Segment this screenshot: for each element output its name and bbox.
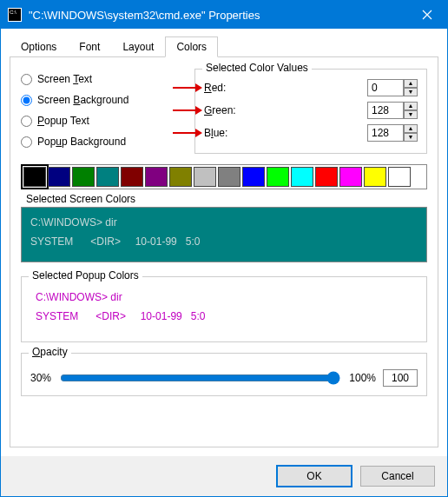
titlebar: "C:\WINDOWS\system32\cmd.exe" Properties xyxy=(1,1,447,29)
tab-font[interactable]: Font xyxy=(68,36,111,56)
annotation-arrow-green xyxy=(173,105,202,116)
blue-up[interactable]: ▲ xyxy=(404,124,418,133)
blue-input[interactable] xyxy=(367,124,404,142)
red-input[interactable] xyxy=(367,79,404,96)
radio-screen-text[interactable]: Screen Text xyxy=(21,69,186,89)
palette-swatch-3[interactable] xyxy=(96,167,119,187)
palette-swatch-14[interactable] xyxy=(364,167,386,187)
radio-popup-background[interactable]: Popup Background xyxy=(21,131,186,152)
red-label: Red: xyxy=(204,82,253,94)
tab-content: Screen Text Screen Background Popup Text… xyxy=(10,56,438,447)
dialog-footer: OK Cancel xyxy=(1,456,447,496)
close-icon xyxy=(422,10,432,20)
annotation-arrow-red xyxy=(173,83,202,93)
tab-colors[interactable]: Colors xyxy=(165,36,218,57)
blue-label: Blue: xyxy=(204,127,253,139)
opacity-group: Opacity 30% 100% 100 xyxy=(21,353,427,396)
scv-legend: Selected Color Values xyxy=(202,62,312,74)
window-title: "C:\WINDOWS\system32\cmd.exe" Properties xyxy=(29,9,407,22)
radio-popup-text[interactable]: Popup Text xyxy=(21,110,186,131)
selected-color-values: Selected Color Values Red: ▲▼ Green: xyxy=(194,69,427,154)
color-target-radios: Screen Text Screen Background Popup Text… xyxy=(21,69,186,154)
palette-swatch-5[interactable] xyxy=(145,167,168,187)
palette-swatch-11[interactable] xyxy=(291,167,313,187)
palette-swatch-13[interactable] xyxy=(339,167,362,187)
annotation-arrow-blue xyxy=(173,128,202,138)
blue-down[interactable]: ▼ xyxy=(404,133,418,142)
properties-window: "C:\WINDOWS\system32\cmd.exe" Properties… xyxy=(0,0,448,497)
red-up[interactable]: ▲ xyxy=(404,79,418,88)
tab-layout[interactable]: Layout xyxy=(111,36,165,56)
palette-swatch-6[interactable] xyxy=(169,167,192,187)
close-button[interactable] xyxy=(407,1,447,29)
opacity-max: 100% xyxy=(349,372,376,384)
palette-swatch-12[interactable] xyxy=(315,167,338,187)
color-palette xyxy=(21,164,427,189)
palette-swatch-2[interactable] xyxy=(72,167,95,187)
window-body: Options Font Layout Colors Screen Text S… xyxy=(1,29,447,456)
tab-strip: Options Font Layout Colors xyxy=(10,36,438,57)
cancel-button[interactable]: Cancel xyxy=(360,466,435,487)
green-input[interactable] xyxy=(367,102,404,119)
ok-button[interactable]: OK xyxy=(277,466,352,487)
palette-swatch-1[interactable] xyxy=(48,167,70,187)
opacity-value: 100 xyxy=(383,369,418,387)
tab-options[interactable]: Options xyxy=(10,36,68,56)
popup-preview-caption: Selected Popup Colors xyxy=(29,269,142,282)
palette-swatch-4[interactable] xyxy=(121,167,143,187)
palette-swatch-0[interactable] xyxy=(23,167,46,187)
popup-preview: Selected Popup Colors C:\WINDOWS> dirSYS… xyxy=(21,276,427,342)
screen-preview: Selected Screen Colors C:\WINDOWS> dirSY… xyxy=(21,193,427,262)
screen-preview-box: C:\WINDOWS> dirSYSTEM <DIR> 10-01-99 5:0 xyxy=(21,207,427,262)
radio-screen-background[interactable]: Screen Background xyxy=(21,89,186,110)
palette-swatch-10[interactable] xyxy=(267,167,289,187)
green-up[interactable]: ▲ xyxy=(404,102,418,110)
app-icon xyxy=(8,8,22,22)
screen-preview-caption: Selected Screen Colors xyxy=(26,193,427,205)
green-down[interactable]: ▼ xyxy=(404,110,418,119)
palette-swatch-15[interactable] xyxy=(388,167,411,187)
popup-preview-box: C:\WINDOWS> dirSYSTEM <DIR> 10-01-99 5:0 xyxy=(30,284,418,333)
opacity-min: 30% xyxy=(30,372,51,384)
palette-swatch-9[interactable] xyxy=(242,167,265,187)
red-down[interactable]: ▼ xyxy=(404,88,418,96)
palette-swatch-8[interactable] xyxy=(218,167,240,187)
opacity-slider[interactable] xyxy=(60,371,340,385)
palette-swatch-7[interactable] xyxy=(194,167,216,187)
green-label: Green: xyxy=(204,104,253,116)
